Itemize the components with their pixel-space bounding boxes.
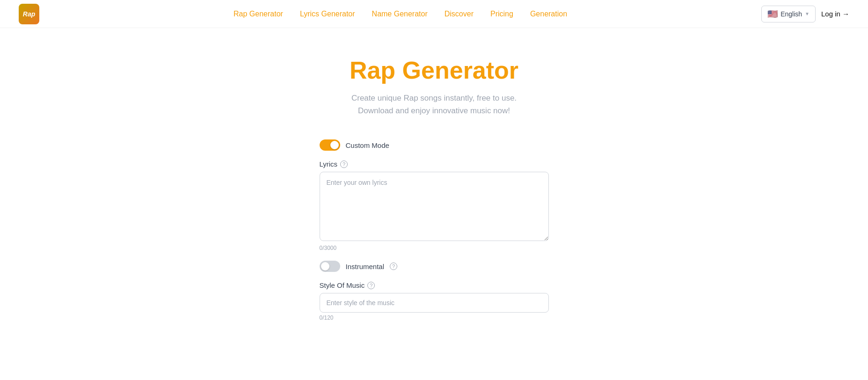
- custom-mode-toggle[interactable]: [320, 139, 340, 151]
- language-selector[interactable]: 🇺🇸 English ▼: [761, 6, 816, 22]
- instrumental-knob: [321, 262, 329, 270]
- page-subtitle: Create unique Rap songs instantly, free …: [233, 92, 635, 117]
- logo-icon: Rap: [19, 4, 39, 24]
- lyrics-char-count: 0/3000: [320, 245, 549, 251]
- login-button[interactable]: Log in →: [821, 10, 849, 18]
- lyrics-label: Lyrics: [320, 160, 338, 168]
- nav-name-generator[interactable]: Name Generator: [372, 10, 428, 18]
- lyrics-textarea[interactable]: [320, 172, 549, 241]
- instrumental-toggle[interactable]: [320, 261, 340, 272]
- lyrics-field-wrapper: [320, 172, 549, 243]
- custom-mode-slider: [320, 139, 340, 151]
- nav-pricing[interactable]: Pricing: [490, 10, 513, 18]
- style-label-row: Style Of Music ?: [320, 281, 549, 289]
- lyrics-info-icon[interactable]: ?: [340, 161, 348, 168]
- instrumental-label: Instrumental: [346, 263, 385, 270]
- language-label: English: [780, 10, 802, 18]
- form-section: Custom Mode Lyrics ? 0/3000 Instrumental…: [320, 139, 549, 321]
- nav-lyrics-generator[interactable]: Lyrics Generator: [300, 10, 355, 18]
- flag-icon: 🇺🇸: [767, 9, 778, 19]
- style-char-count: 0/120: [320, 314, 549, 321]
- instrumental-row: Instrumental ?: [320, 261, 549, 272]
- chevron-down-icon: ▼: [805, 11, 810, 16]
- nav-rap-generator[interactable]: Rap Generator: [233, 10, 283, 18]
- lyrics-label-row: Lyrics ?: [320, 160, 549, 168]
- style-field-wrapper: [320, 293, 549, 313]
- custom-mode-label: Custom Mode: [346, 141, 389, 149]
- style-label: Style Of Music: [320, 281, 365, 289]
- header-right: 🇺🇸 English ▼ Log in →: [761, 6, 849, 22]
- nav-generation[interactable]: Generation: [530, 10, 567, 18]
- logo[interactable]: Rap: [19, 4, 39, 24]
- style-input[interactable]: [320, 293, 549, 313]
- header: Rap Rap Generator Lyrics Generator Name …: [0, 0, 868, 28]
- main-nav: Rap Generator Lyrics Generator Name Gene…: [233, 10, 567, 18]
- page-title: Rap Generator: [233, 56, 635, 84]
- main-content: Rap Generator Create unique Rap songs in…: [224, 28, 645, 349]
- style-info-icon[interactable]: ?: [367, 282, 375, 289]
- nav-discover[interactable]: Discover: [445, 10, 474, 18]
- instrumental-slider: [320, 261, 340, 272]
- custom-mode-knob: [330, 141, 339, 149]
- instrumental-info-icon[interactable]: ?: [390, 263, 397, 270]
- custom-mode-row: Custom Mode: [320, 139, 549, 151]
